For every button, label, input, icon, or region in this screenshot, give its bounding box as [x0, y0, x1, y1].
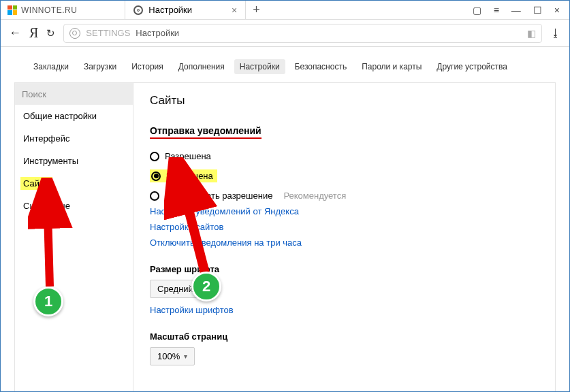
- section-notifications-title: Отправка уведомлений: [150, 125, 262, 139]
- window-caption: WINNOTE.RU: [21, 5, 77, 15]
- settings-top-nav: ЗакладкиЗагрузкиИсторияДополненияНастрой…: [1, 47, 569, 82]
- radio-icon: [151, 172, 161, 181]
- back-button[interactable]: ←: [9, 26, 21, 40]
- gear-icon: [133, 5, 143, 15]
- topnav-item[interactable]: Безопасность: [289, 59, 353, 74]
- tab-title: Настройки: [148, 5, 192, 15]
- window-titlebar: WINNOTE.RU Настройки × + ▢ ≡ — ☐ ×: [1, 1, 569, 20]
- radio-ask-label: Запрашивать разрешение: [165, 191, 272, 201]
- sidebar-search[interactable]: Поиск: [15, 83, 133, 105]
- page-heading: Сайты: [150, 94, 539, 108]
- sidebar-item[interactable]: Интерфейс: [15, 127, 133, 150]
- topnav-item[interactable]: Другие устройства: [431, 59, 513, 74]
- topnav-item[interactable]: Настройки: [234, 59, 285, 74]
- link-yandex-notifications[interactable]: Настройки уведомлений от Яндекса: [150, 206, 539, 216]
- minimize-button[interactable]: —: [511, 5, 521, 16]
- sidebar-item[interactable]: Системные: [15, 195, 133, 217]
- topnav-item[interactable]: Дополнения: [173, 59, 230, 74]
- tab-close-icon[interactable]: ×: [232, 5, 237, 16]
- settings-main-panel: Сайты Отправка уведомлений Разрешена Зап…: [133, 82, 556, 392]
- radio-allowed[interactable]: Разрешена: [150, 151, 539, 161]
- font-size-value: Средний: [157, 284, 193, 294]
- zoom-dropdown[interactable]: 100% ▾: [150, 347, 195, 365]
- address-bar: ← Я ↻ SETTINGS Настройки ◧ ⭳: [1, 20, 569, 47]
- link-snooze-notifications[interactable]: Отключить уведомления на три часа: [150, 238, 539, 248]
- zoom-value: 100%: [157, 351, 180, 361]
- new-tab-button[interactable]: +: [253, 3, 260, 17]
- topnav-item[interactable]: Загрузки: [78, 59, 122, 74]
- recommended-label: Рекомендуется: [283, 191, 346, 201]
- menu-icon[interactable]: ≡: [494, 5, 499, 16]
- annotation-bubble-1: 1: [33, 287, 63, 316]
- window-controls: ▢ ≡ — ☐ ×: [473, 5, 569, 16]
- link-site-settings[interactable]: Настройки сайтов: [150, 222, 539, 232]
- content-area: Поиск Общие настройкиИнтерфейсИнструмент…: [1, 82, 569, 392]
- radio-icon: [150, 191, 159, 201]
- radio-denied-label: Запрещена: [166, 171, 213, 181]
- browser-tab[interactable]: Настройки ×: [125, 1, 246, 19]
- topnav-item[interactable]: История: [126, 59, 169, 74]
- chevron-down-icon: ▾: [184, 353, 187, 360]
- settings-sidebar: Поиск Общие настройкиИнтерфейсИнструмент…: [14, 82, 133, 392]
- url-prefix: SETTINGS: [86, 28, 130, 38]
- windows-logo-icon: [7, 5, 17, 15]
- radio-allowed-label: Разрешена: [165, 151, 211, 161]
- topnav-item[interactable]: Закладки: [28, 59, 74, 74]
- reader-mode-icon[interactable]: ▢: [473, 5, 481, 16]
- sidebar-item[interactable]: Инструменты: [15, 150, 133, 172]
- close-window-button[interactable]: ×: [554, 5, 560, 16]
- zoom-title: Масштаб страниц: [150, 331, 539, 342]
- bookmark-icon[interactable]: ◧: [527, 28, 536, 39]
- radio-denied[interactable]: Запрещена: [150, 169, 217, 182]
- link-font-settings[interactable]: Настройки шрифтов: [150, 305, 539, 315]
- annotation-bubble-2: 2: [191, 272, 221, 301]
- radio-ask[interactable]: Запрашивать разрешение Рекомендуется: [150, 191, 539, 201]
- downloads-icon[interactable]: ⭳: [550, 27, 561, 39]
- topnav-item[interactable]: Пароли и карты: [356, 59, 427, 74]
- url-label: Настройки: [136, 28, 179, 38]
- sidebar-item[interactable]: Общие настройки: [15, 105, 133, 127]
- search-placeholder: Поиск: [22, 89, 46, 99]
- reload-button[interactable]: ↻: [46, 27, 55, 39]
- radio-icon: [150, 152, 159, 161]
- omnibox[interactable]: SETTINGS Настройки ◧: [63, 24, 542, 43]
- yandex-logo-icon[interactable]: Я: [29, 25, 38, 41]
- site-info-icon: [69, 28, 80, 39]
- sidebar-item[interactable]: Сайты: [20, 177, 52, 190]
- maximize-button[interactable]: ☐: [533, 5, 542, 16]
